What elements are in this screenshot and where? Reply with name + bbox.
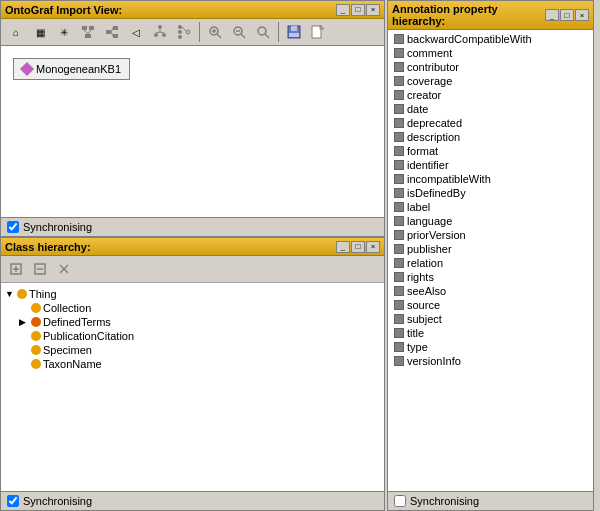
annotation-item[interactable]: date — [388, 102, 593, 116]
tree-item-definedterms[interactable]: ▶ DefinedTerms — [5, 315, 380, 329]
annotation-item[interactable]: seeAlso — [388, 284, 593, 298]
ch-config-btn[interactable] — [53, 258, 75, 280]
annotation-icon — [394, 188, 404, 198]
hierarchy1-btn[interactable] — [77, 21, 99, 43]
svg-line-26 — [241, 34, 245, 38]
annotation-label: publisher — [407, 243, 452, 255]
tree-item-thing[interactable]: ▼ Thing — [5, 287, 380, 301]
annotation-item[interactable]: coverage — [388, 74, 593, 88]
arrow-left-btn[interactable]: ◁ — [125, 21, 147, 43]
annotation-label: creator — [407, 89, 441, 101]
annotation-item[interactable]: backwardCompatibleWith — [388, 32, 593, 46]
annotation-icon — [394, 328, 404, 338]
import-view-controls: _ □ × — [336, 4, 380, 16]
svg-rect-1 — [89, 26, 94, 30]
tree1-btn[interactable] — [149, 21, 171, 43]
annotation-label: seeAlso — [407, 285, 446, 297]
annotation-item[interactable]: comment — [388, 46, 593, 60]
home-btn[interactable]: ⌂ — [5, 21, 27, 43]
zoom-fit-btn[interactable] — [252, 21, 274, 43]
asterisk-btn[interactable]: ✳ — [53, 21, 75, 43]
class-hierarchy-title-bar: Class hierarchy: _ □ × — [1, 238, 384, 256]
import-content-area: MonogeneanKB1 — [1, 46, 384, 217]
hierarchy2-btn[interactable] — [101, 21, 123, 43]
svg-rect-2 — [85, 34, 91, 38]
minimize-btn[interactable]: _ — [336, 4, 350, 16]
annotation-item[interactable]: creator — [388, 88, 593, 102]
taxonname-circle — [31, 359, 41, 369]
specimen-circle — [31, 345, 41, 355]
tree2-btn[interactable] — [173, 21, 195, 43]
annotation-label: deprecated — [407, 117, 462, 129]
annotation-item[interactable]: title — [388, 326, 593, 340]
annotation-item[interactable]: isDefinedBy — [388, 186, 593, 200]
annotation-item[interactable]: deprecated — [388, 116, 593, 130]
import-sync-checkbox[interactable] — [7, 221, 19, 233]
annotation-icon — [394, 174, 404, 184]
annotation-item[interactable]: description — [388, 130, 593, 144]
annot-maximize-btn[interactable]: □ — [560, 9, 574, 21]
right-panel: Annotation property hierarchy: _ □ × bac… — [387, 0, 594, 511]
annotation-item[interactable]: format — [388, 144, 593, 158]
annotation-icon — [394, 216, 404, 226]
annot-close-btn[interactable]: × — [575, 9, 589, 21]
annotation-label: subject — [407, 313, 442, 325]
svg-point-18 — [178, 35, 182, 39]
svg-line-29 — [265, 34, 269, 38]
annotation-item[interactable]: versionInfo — [388, 354, 593, 368]
annotation-item[interactable]: subject — [388, 312, 593, 326]
class-hierarchy-toolbar — [1, 256, 384, 283]
annotation-item[interactable]: contributor — [388, 60, 593, 74]
annotation-icon — [394, 34, 404, 44]
annotation-item[interactable]: publisher — [388, 242, 593, 256]
annotation-controls: _ □ × — [545, 9, 589, 21]
annot-minimize-btn[interactable]: _ — [545, 9, 559, 21]
close-btn[interactable]: × — [366, 4, 380, 16]
annotation-item[interactable]: identifier — [388, 158, 593, 172]
annotation-item[interactable]: incompatibleWith — [388, 172, 593, 186]
ch-close-btn[interactable]: × — [366, 241, 380, 253]
class-hierarchy-sync-checkbox[interactable] — [7, 495, 19, 507]
zoom-in-btn[interactable] — [204, 21, 226, 43]
annotation-item[interactable]: label — [388, 200, 593, 214]
annotation-label: isDefinedBy — [407, 187, 466, 199]
annotation-label: source — [407, 299, 440, 311]
tree-item-taxonname[interactable]: TaxonName — [5, 357, 380, 371]
maximize-btn[interactable]: □ — [351, 4, 365, 16]
ch-remove-btn[interactable] — [29, 258, 51, 280]
annotation-item[interactable]: relation — [388, 256, 593, 270]
tree-item-specimen[interactable]: Specimen — [5, 343, 380, 357]
annotation-icon — [394, 272, 404, 282]
annotation-item[interactable]: language — [388, 214, 593, 228]
grid-btn[interactable]: ▦ — [29, 21, 51, 43]
save-btn[interactable] — [283, 21, 305, 43]
toolbar-sep1 — [199, 22, 200, 42]
annotation-label: contributor — [407, 61, 459, 73]
annotation-item[interactable]: source — [388, 298, 593, 312]
import-view-title-bar: OntoGraf Import View: _ □ × — [1, 1, 384, 19]
kb-node[interactable]: MonogeneanKB1 — [13, 58, 130, 80]
svg-point-13 — [162, 33, 166, 37]
tree-item-publicationcitation[interactable]: PublicationCitation — [5, 329, 380, 343]
svg-line-15 — [160, 32, 164, 33]
ch-add-btn[interactable] — [5, 258, 27, 280]
zoom-out-btn[interactable] — [228, 21, 250, 43]
svg-rect-31 — [291, 26, 297, 31]
collection-circle — [31, 303, 41, 313]
import-toolbar: ⌂ ▦ ✳ ◁ — [1, 19, 384, 46]
annotation-title-bar: Annotation property hierarchy: _ □ × — [388, 1, 593, 30]
annotation-label: rights — [407, 271, 434, 283]
annotation-item[interactable]: priorVersion — [388, 228, 593, 242]
annotation-item[interactable]: type — [388, 340, 593, 354]
annotation-icon — [394, 300, 404, 310]
ch-maximize-btn[interactable]: □ — [351, 241, 365, 253]
svg-line-20 — [182, 27, 186, 31]
annotation-label: type — [407, 341, 428, 353]
annotation-item[interactable]: rights — [388, 270, 593, 284]
class-hierarchy-tree: ▼ Thing Collection ▶ DefinedTerms — [1, 283, 384, 491]
ch-minimize-btn[interactable]: _ — [336, 241, 350, 253]
annotation-sync-checkbox[interactable] — [394, 495, 406, 507]
edit-btn[interactable] — [307, 21, 329, 43]
tree-item-collection[interactable]: Collection — [5, 301, 380, 315]
annotation-icon — [394, 48, 404, 58]
